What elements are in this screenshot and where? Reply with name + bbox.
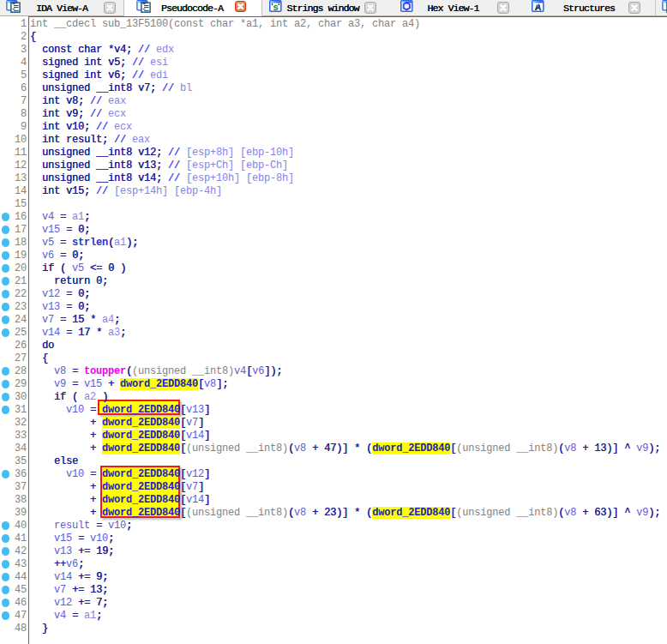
svg-text:s: s: [273, 2, 278, 12]
